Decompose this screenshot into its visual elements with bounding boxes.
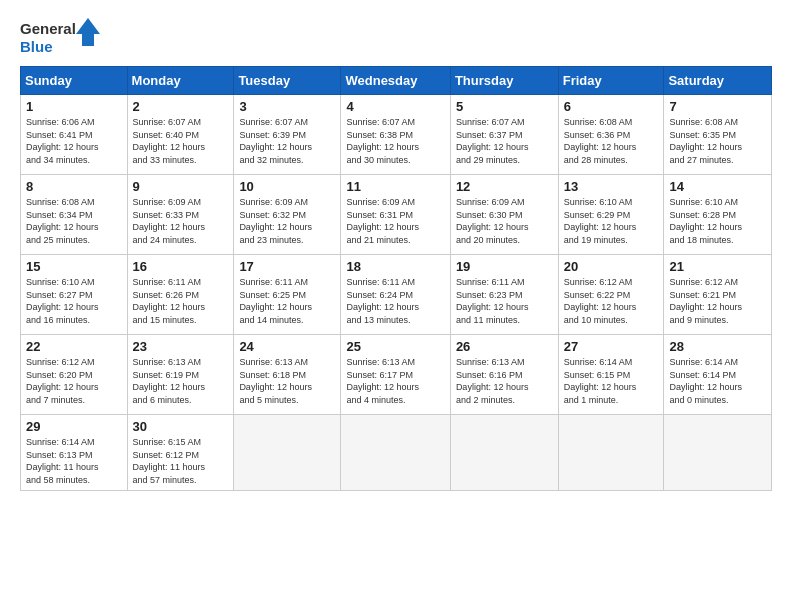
weekday-saturday: Saturday [664,67,772,95]
day-info: Sunrise: 6:09 AM Sunset: 6:33 PM Dayligh… [133,196,229,246]
day-info: Sunrise: 6:10 AM Sunset: 6:29 PM Dayligh… [564,196,659,246]
weekday-thursday: Thursday [450,67,558,95]
logo: General Blue [20,16,100,58]
svg-text:General: General [20,20,76,37]
calendar-cell [234,415,341,491]
calendar-cell [341,415,450,491]
calendar-cell: 13Sunrise: 6:10 AM Sunset: 6:29 PM Dayli… [558,175,664,255]
day-number: 21 [669,259,766,274]
day-info: Sunrise: 6:12 AM Sunset: 6:21 PM Dayligh… [669,276,766,326]
day-number: 7 [669,99,766,114]
calendar-cell: 11Sunrise: 6:09 AM Sunset: 6:31 PM Dayli… [341,175,450,255]
day-number: 16 [133,259,229,274]
day-info: Sunrise: 6:13 AM Sunset: 6:19 PM Dayligh… [133,356,229,406]
week-row-1: 8Sunrise: 6:08 AM Sunset: 6:34 PM Daylig… [21,175,772,255]
day-number: 12 [456,179,553,194]
day-info: Sunrise: 6:07 AM Sunset: 6:37 PM Dayligh… [456,116,553,166]
calendar-cell: 24Sunrise: 6:13 AM Sunset: 6:18 PM Dayli… [234,335,341,415]
calendar-cell: 17Sunrise: 6:11 AM Sunset: 6:25 PM Dayli… [234,255,341,335]
day-number: 25 [346,339,444,354]
day-info: Sunrise: 6:11 AM Sunset: 6:26 PM Dayligh… [133,276,229,326]
day-info: Sunrise: 6:12 AM Sunset: 6:20 PM Dayligh… [26,356,122,406]
weekday-sunday: Sunday [21,67,128,95]
day-number: 22 [26,339,122,354]
calendar-cell: 22Sunrise: 6:12 AM Sunset: 6:20 PM Dayli… [21,335,128,415]
day-info: Sunrise: 6:15 AM Sunset: 6:12 PM Dayligh… [133,436,229,486]
weekday-friday: Friday [558,67,664,95]
day-info: Sunrise: 6:10 AM Sunset: 6:28 PM Dayligh… [669,196,766,246]
calendar-cell: 6Sunrise: 6:08 AM Sunset: 6:36 PM Daylig… [558,95,664,175]
calendar-cell: 8Sunrise: 6:08 AM Sunset: 6:34 PM Daylig… [21,175,128,255]
day-info: Sunrise: 6:14 AM Sunset: 6:13 PM Dayligh… [26,436,122,486]
day-number: 15 [26,259,122,274]
calendar-cell: 26Sunrise: 6:13 AM Sunset: 6:16 PM Dayli… [450,335,558,415]
day-info: Sunrise: 6:08 AM Sunset: 6:34 PM Dayligh… [26,196,122,246]
day-number: 24 [239,339,335,354]
calendar-cell: 27Sunrise: 6:14 AM Sunset: 6:15 PM Dayli… [558,335,664,415]
day-number: 30 [133,419,229,434]
day-number: 20 [564,259,659,274]
day-info: Sunrise: 6:07 AM Sunset: 6:38 PM Dayligh… [346,116,444,166]
day-number: 5 [456,99,553,114]
day-info: Sunrise: 6:14 AM Sunset: 6:15 PM Dayligh… [564,356,659,406]
day-info: Sunrise: 6:09 AM Sunset: 6:31 PM Dayligh… [346,196,444,246]
weekday-header-row: SundayMondayTuesdayWednesdayThursdayFrid… [21,67,772,95]
calendar-cell: 28Sunrise: 6:14 AM Sunset: 6:14 PM Dayli… [664,335,772,415]
day-info: Sunrise: 6:13 AM Sunset: 6:17 PM Dayligh… [346,356,444,406]
calendar-cell: 16Sunrise: 6:11 AM Sunset: 6:26 PM Dayli… [127,255,234,335]
day-info: Sunrise: 6:14 AM Sunset: 6:14 PM Dayligh… [669,356,766,406]
calendar-cell: 10Sunrise: 6:09 AM Sunset: 6:32 PM Dayli… [234,175,341,255]
day-info: Sunrise: 6:10 AM Sunset: 6:27 PM Dayligh… [26,276,122,326]
calendar-cell: 5Sunrise: 6:07 AM Sunset: 6:37 PM Daylig… [450,95,558,175]
weekday-wednesday: Wednesday [341,67,450,95]
day-number: 3 [239,99,335,114]
day-info: Sunrise: 6:09 AM Sunset: 6:32 PM Dayligh… [239,196,335,246]
day-info: Sunrise: 6:08 AM Sunset: 6:35 PM Dayligh… [669,116,766,166]
calendar-cell: 30Sunrise: 6:15 AM Sunset: 6:12 PM Dayli… [127,415,234,491]
day-number: 28 [669,339,766,354]
day-number: 17 [239,259,335,274]
day-number: 27 [564,339,659,354]
week-row-4: 29Sunrise: 6:14 AM Sunset: 6:13 PM Dayli… [21,415,772,491]
calendar-table: SundayMondayTuesdayWednesdayThursdayFrid… [20,66,772,491]
day-number: 6 [564,99,659,114]
calendar-cell: 25Sunrise: 6:13 AM Sunset: 6:17 PM Dayli… [341,335,450,415]
day-number: 19 [456,259,553,274]
day-number: 11 [346,179,444,194]
calendar-cell: 19Sunrise: 6:11 AM Sunset: 6:23 PM Dayli… [450,255,558,335]
day-info: Sunrise: 6:11 AM Sunset: 6:23 PM Dayligh… [456,276,553,326]
day-info: Sunrise: 6:07 AM Sunset: 6:40 PM Dayligh… [133,116,229,166]
calendar-cell: 4Sunrise: 6:07 AM Sunset: 6:38 PM Daylig… [341,95,450,175]
day-info: Sunrise: 6:11 AM Sunset: 6:24 PM Dayligh… [346,276,444,326]
day-info: Sunrise: 6:08 AM Sunset: 6:36 PM Dayligh… [564,116,659,166]
day-info: Sunrise: 6:07 AM Sunset: 6:39 PM Dayligh… [239,116,335,166]
calendar-cell: 29Sunrise: 6:14 AM Sunset: 6:13 PM Dayli… [21,415,128,491]
calendar-cell: 12Sunrise: 6:09 AM Sunset: 6:30 PM Dayli… [450,175,558,255]
day-number: 9 [133,179,229,194]
calendar-cell: 3Sunrise: 6:07 AM Sunset: 6:39 PM Daylig… [234,95,341,175]
calendar-cell: 7Sunrise: 6:08 AM Sunset: 6:35 PM Daylig… [664,95,772,175]
page: General Blue SundayMondayTuesdayWednesda… [0,0,792,612]
logo-svg: General Blue [20,16,100,58]
day-number: 14 [669,179,766,194]
day-number: 23 [133,339,229,354]
day-number: 26 [456,339,553,354]
svg-marker-2 [76,18,100,46]
week-row-2: 15Sunrise: 6:10 AM Sunset: 6:27 PM Dayli… [21,255,772,335]
day-number: 2 [133,99,229,114]
calendar-cell: 21Sunrise: 6:12 AM Sunset: 6:21 PM Dayli… [664,255,772,335]
day-info: Sunrise: 6:12 AM Sunset: 6:22 PM Dayligh… [564,276,659,326]
calendar-cell [558,415,664,491]
calendar-cell: 23Sunrise: 6:13 AM Sunset: 6:19 PM Dayli… [127,335,234,415]
calendar-cell [664,415,772,491]
day-info: Sunrise: 6:06 AM Sunset: 6:41 PM Dayligh… [26,116,122,166]
week-row-3: 22Sunrise: 6:12 AM Sunset: 6:20 PM Dayli… [21,335,772,415]
day-number: 1 [26,99,122,114]
week-row-0: 1Sunrise: 6:06 AM Sunset: 6:41 PM Daylig… [21,95,772,175]
day-number: 13 [564,179,659,194]
calendar-cell: 20Sunrise: 6:12 AM Sunset: 6:22 PM Dayli… [558,255,664,335]
day-number: 4 [346,99,444,114]
calendar-cell: 9Sunrise: 6:09 AM Sunset: 6:33 PM Daylig… [127,175,234,255]
calendar-body: 1Sunrise: 6:06 AM Sunset: 6:41 PM Daylig… [21,95,772,491]
day-info: Sunrise: 6:13 AM Sunset: 6:16 PM Dayligh… [456,356,553,406]
